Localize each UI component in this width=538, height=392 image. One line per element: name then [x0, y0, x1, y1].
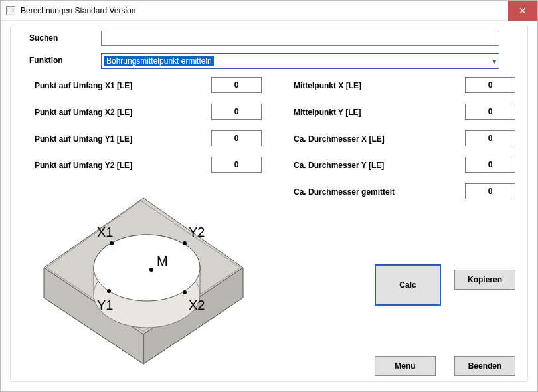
copy-button[interactable]: Kopieren [454, 270, 515, 290]
chevron-down-icon: ▾ [489, 58, 496, 65]
function-select[interactable]: Bohrungsmittelpunkt ermitteln ▾ [101, 53, 499, 69]
field-label-my: Mittelpunkt Y [LE] [294, 108, 361, 117]
svg-text:Y2: Y2 [189, 225, 205, 239]
field-value-dm[interactable] [465, 183, 515, 199]
diagram-illustration: X1 Y2 Y1 X2 M [31, 191, 256, 384]
svg-point-9 [183, 290, 187, 294]
menu-button[interactable]: Menü [375, 356, 436, 376]
close-button[interactable]: ✕ [508, 1, 537, 21]
field-value-x1[interactable] [211, 77, 262, 93]
svg-point-8 [107, 289, 111, 293]
client-area: Suchen Funktion Bohrungsmittelpunkt ermi… [10, 25, 528, 382]
field-label-dm: Ca. Durchmesser gemittelt [294, 187, 395, 197]
field-value-y2[interactable] [211, 157, 262, 173]
svg-text:M: M [157, 254, 168, 268]
field-label-y2: Punkt auf Umfang Y2 [LE] [35, 161, 132, 170]
search-label: Suchen [29, 33, 58, 43]
exit-button[interactable]: Beenden [454, 356, 515, 376]
field-value-x2[interactable] [211, 104, 262, 120]
svg-point-6 [110, 241, 114, 245]
diagram-svg: X1 Y2 Y1 X2 M [31, 191, 256, 384]
function-label: Funktion [29, 56, 63, 65]
exit-button-label: Beenden [468, 361, 502, 371]
field-value-mx[interactable] [465, 77, 515, 93]
field-value-dx[interactable] [465, 130, 515, 146]
app-icon [6, 6, 15, 15]
field-label-mx: Mittelpunkt X [LE] [294, 81, 361, 90]
copy-button-label: Kopieren [468, 275, 502, 284]
calc-button[interactable]: Calc [375, 264, 441, 306]
calc-button-label: Calc [399, 280, 416, 290]
field-label-x1: Punkt auf Umfang X1 [LE] [35, 81, 132, 90]
field-value-y1[interactable] [211, 130, 262, 146]
field-value-dy[interactable] [465, 157, 515, 173]
svg-text:X2: X2 [189, 298, 205, 312]
titlebar: Berechnungen Standard Version ✕ [1, 1, 537, 21]
svg-point-10 [149, 268, 153, 272]
window-title: Berechnungen Standard Version [21, 6, 508, 15]
field-label-x2: Punkt auf Umfang X2 [LE] [35, 108, 132, 117]
svg-text:X1: X1 [97, 225, 113, 239]
search-input[interactable] [101, 31, 499, 46]
field-label-dx: Ca. Durchmesser X [LE] [294, 134, 385, 144]
close-icon: ✕ [519, 5, 527, 16]
menu-button-label: Menü [395, 361, 415, 371]
field-value-my[interactable] [465, 104, 515, 120]
app-window: Berechnungen Standard Version ✕ Suchen F… [0, 0, 538, 392]
svg-point-7 [183, 241, 187, 245]
svg-text:Y1: Y1 [97, 298, 113, 312]
field-label-y1: Punkt auf Umfang Y1 [LE] [35, 134, 132, 144]
field-label-dy: Ca. Durchmesser Y [LE] [294, 161, 384, 170]
function-selected-text: Bohrungsmittelpunkt ermitteln [104, 56, 214, 66]
